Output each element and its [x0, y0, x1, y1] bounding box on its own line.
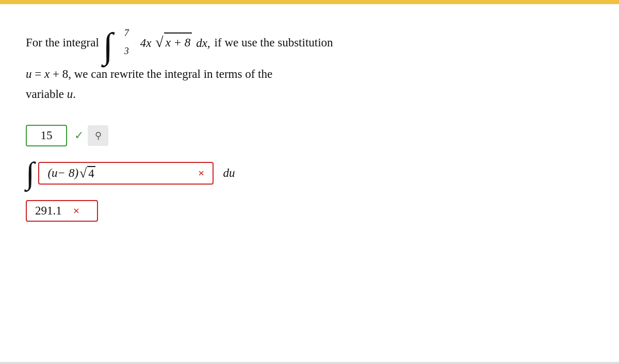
dx-part: dx,: [196, 37, 210, 49]
radical-sign-2: √: [79, 167, 87, 180]
integral-with-bounds: ∫ 7 3: [103, 25, 123, 61]
substitution-equation: u: [26, 68, 32, 80]
integral-symbol: ∫: [103, 26, 113, 65]
checkmark-icon: ✓: [74, 129, 84, 142]
eq-sign: =: [32, 68, 44, 80]
prefix-text: For the integral: [26, 34, 99, 53]
answer-2-minus8: − 8): [58, 167, 78, 180]
radical-sign-big: √: [155, 35, 163, 49]
answer-1-value: 15: [41, 129, 53, 142]
sqrt4-inner: 4: [87, 166, 95, 180]
xmark-icon-3: ×: [73, 204, 80, 218]
integral-upper: 7: [124, 26, 129, 41]
top-bar: [0, 0, 619, 4]
integral-lower: 3: [124, 44, 129, 59]
sub-rhs: x: [44, 68, 50, 80]
sub-plus8: + 8,: [50, 68, 71, 80]
answer-2-u: u: [52, 167, 58, 180]
continuation-text: if we use the substitution: [215, 34, 333, 53]
integrand-text: 4x √x + 8 dx,: [140, 32, 210, 53]
main-content: For the integral ∫ 7 3 4x √x + 8 dx, if …: [0, 4, 619, 242]
variable-u-text: variable u.: [26, 88, 76, 101]
answer-row-2: ∫ (u − 8) √4 × du: [26, 158, 593, 189]
answer-3-value: 291.1: [35, 204, 62, 218]
integral-line: For the integral ∫ 7 3 4x √x + 8 dx, if …: [26, 25, 593, 61]
answer-row-1: 15 ✓ ⚲: [26, 125, 593, 146]
sqrt-wrap: √x + 8: [155, 32, 192, 53]
xmark-icon-2: ×: [198, 167, 205, 180]
answer-box-2[interactable]: (u − 8) √4 ×: [38, 162, 214, 185]
du-text: du: [223, 167, 235, 180]
sqrt-inner: x + 8: [164, 32, 192, 53]
line2-rest: we can rewrite the integral in terms of …: [74, 68, 272, 80]
line2: u = x + 8, we can rewrite the integral i…: [26, 64, 593, 84]
problem-text: For the integral ∫ 7 3 4x √x + 8 dx, if …: [26, 25, 593, 104]
edit-icon: ⚲: [95, 130, 102, 141]
4x-part: 4x: [140, 37, 152, 49]
answers-section: 15 ✓ ⚲ ∫ (u − 8) √4 × du 291.1: [26, 125, 593, 222]
integral-symbol-2: ∫: [26, 158, 34, 189]
answer-row-3: 291.1 ×: [26, 200, 593, 222]
answer-box-1[interactable]: 15: [26, 125, 67, 146]
edit-button-1[interactable]: ⚲: [88, 125, 108, 146]
line3: variable u.: [26, 84, 593, 104]
bottom-bar: [0, 362, 619, 364]
answer-2-paren-open: (: [47, 167, 52, 180]
answer-box-3[interactable]: 291.1 ×: [26, 200, 98, 222]
sqrt4-wrap: √4: [79, 166, 95, 180]
